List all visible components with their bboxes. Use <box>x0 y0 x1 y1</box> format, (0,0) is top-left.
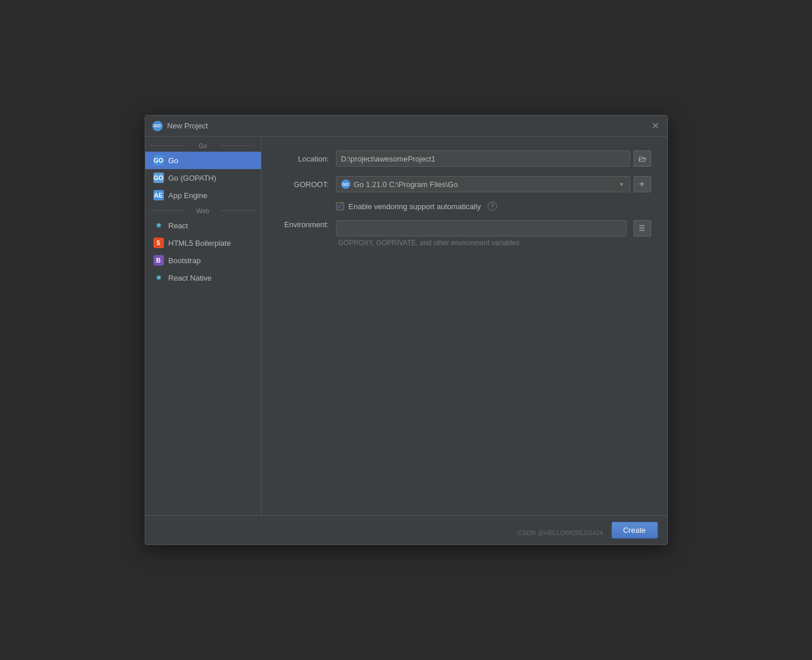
environment-label: Environment: <box>278 220 336 229</box>
environment-input-wrapper: ☰ GOPROXY, GOPRIVATE, and other environm… <box>336 220 651 247</box>
sidebar-label-gopath: Go (GOPATH) <box>169 174 217 182</box>
goroot-value: Go 1.21.0 C:\Program Files\Go <box>354 180 458 189</box>
dialog-footer: CSDN @HELLOWORLD2424 Create <box>145 515 667 544</box>
new-project-dialog: GO New Project ✕ Go GO Go GO Go (GOPATH)… <box>145 115 668 545</box>
environment-hint: GOPROXY, GOPRIVATE, and other environmen… <box>336 236 651 247</box>
main-content: Location: 🗁 GOROOT: GO Go 1.21.0 C:\Pro <box>262 137 667 515</box>
environment-input[interactable] <box>336 220 627 236</box>
sidebar-item-bootstrap[interactable]: B Bootstrap <box>145 252 261 269</box>
gopath-icon: GO <box>153 173 164 183</box>
location-input-group: 🗁 <box>336 150 651 167</box>
sidebar: Go GO Go GO Go (GOPATH) AE App Engine We… <box>145 137 262 515</box>
bootstrap-icon: B <box>153 255 164 266</box>
create-button[interactable]: Create <box>611 522 658 539</box>
sidebar-item-gopath[interactable]: GO Go (GOPATH) <box>145 169 261 186</box>
react-native-icon: ⚛ <box>153 272 164 283</box>
sidebar-label-react-native: React Native <box>169 274 212 282</box>
goroot-select-group: GO Go 1.21.0 C:\Program Files\Go ▼ + <box>336 176 651 192</box>
location-row: Location: 🗁 <box>278 150 651 167</box>
sidebar-item-appengine[interactable]: AE App Engine <box>145 186 261 204</box>
goroot-row: GOROOT: GO Go 1.21.0 C:\Program Files\Go… <box>278 176 651 192</box>
environment-row: Environment: ☰ GOPROXY, GOPRIVATE, and o… <box>278 220 651 247</box>
vendoring-checkbox-wrapper[interactable]: Enable vendoring support automatically ? <box>336 202 498 211</box>
title-bar: GO New Project ✕ <box>145 116 667 137</box>
goroot-select[interactable]: GO Go 1.21.0 C:\Program Files\Go ▼ <box>336 176 630 192</box>
sidebar-label-go: Go <box>169 156 178 165</box>
watermark: CSDN @HELLOWORLD2424 <box>518 529 603 536</box>
dialog-body: Go GO Go GO Go (GOPATH) AE App Engine We… <box>145 137 667 515</box>
help-icon[interactable]: ? <box>488 202 497 211</box>
environment-edit-button[interactable]: ☰ <box>634 220 651 236</box>
sidebar-label-bootstrap: Bootstrap <box>169 256 201 265</box>
web-section-header: Web <box>145 204 261 217</box>
goroot-label: GOROOT: <box>278 180 336 189</box>
goroot-select-inner: GO Go 1.21.0 C:\Program Files\Go <box>341 180 458 189</box>
location-label: Location: <box>278 155 336 163</box>
sidebar-label-react: React <box>169 221 188 230</box>
sidebar-item-react-native[interactable]: ⚛ React Native <box>145 269 261 286</box>
go-section-header: Go <box>145 139 261 152</box>
vendoring-checkbox[interactable] <box>336 202 344 210</box>
go-icon: GO <box>153 155 164 166</box>
title-bar-left: GO New Project <box>152 121 208 131</box>
vendoring-label: Enable vendoring support automatically <box>349 202 481 211</box>
dialog-title: New Project <box>167 121 208 130</box>
app-icon: GO <box>152 121 163 131</box>
location-browse-button[interactable]: 🗁 <box>634 150 651 167</box>
goroot-go-icon: GO <box>341 180 350 189</box>
react-icon: ⚛ <box>153 220 164 231</box>
sidebar-item-go[interactable]: GO Go <box>145 152 261 169</box>
html5-icon: 5 <box>153 238 164 248</box>
vendoring-checkbox-row: Enable vendoring support automatically ? <box>278 202 651 211</box>
close-button[interactable]: ✕ <box>651 121 660 131</box>
sidebar-item-react[interactable]: ⚛ React <box>145 217 261 234</box>
sidebar-item-html5[interactable]: 5 HTML5 Boilerplate <box>145 234 261 252</box>
sidebar-label-html5: HTML5 Boilerplate <box>169 239 231 248</box>
appengine-icon: AE <box>153 190 164 200</box>
sidebar-label-appengine: App Engine <box>169 191 208 200</box>
location-input[interactable] <box>336 150 630 167</box>
goroot-add-button[interactable]: + <box>634 176 651 192</box>
goroot-dropdown-arrow: ▼ <box>619 181 625 188</box>
